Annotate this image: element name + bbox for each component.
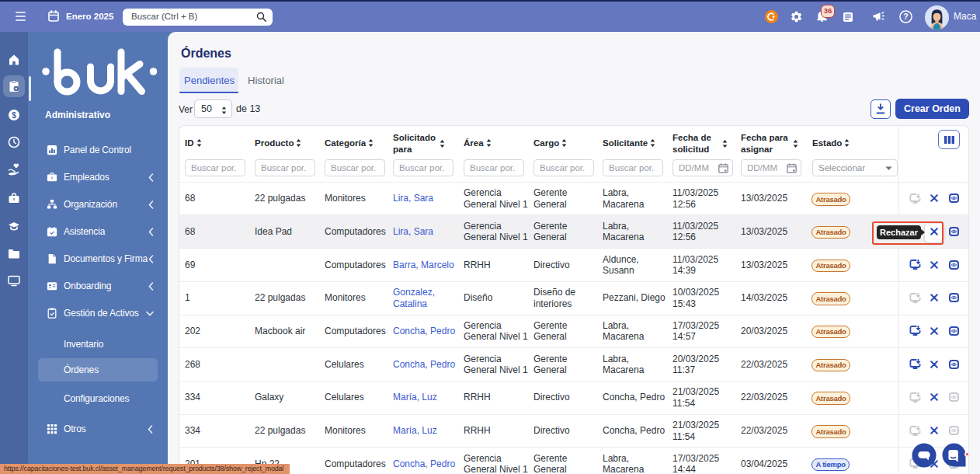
svg-text:?: ? bbox=[903, 12, 908, 21]
svg-text:$: $ bbox=[12, 111, 16, 120]
